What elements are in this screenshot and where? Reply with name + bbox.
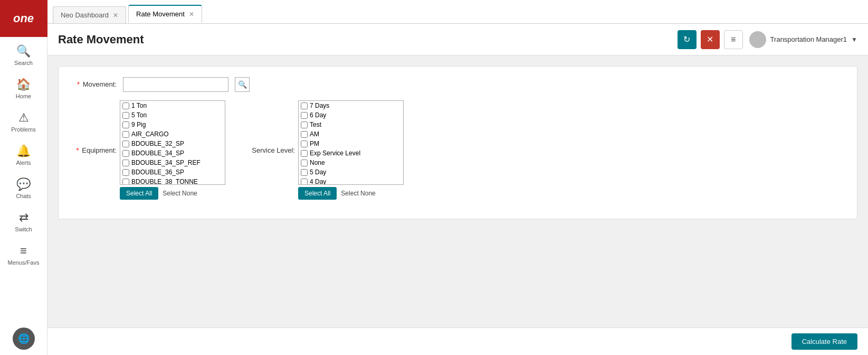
equipment-actions: Select All Select None — [120, 187, 225, 200]
list-item[interactable]: BDOUBLE_36_SP — [120, 167, 225, 177]
sidebar-item-search[interactable]: 🔍 Search — [0, 37, 47, 70]
list-item[interactable]: BDOUBLE_38_TONNE — [120, 177, 225, 185]
sidebar-label-menus-favs: Menus/Favs — [8, 259, 40, 266]
list-item[interactable]: Test — [299, 120, 403, 129]
list-item[interactable]: BDOUBLE_34_SP — [120, 148, 225, 158]
list-item[interactable]: BDOUBLE_34_SP_REF — [120, 158, 225, 167]
equipment-label: * Equipment: — [69, 146, 117, 154]
form-panel: * Movement: 🔍 * Equipment: — [58, 66, 857, 219]
equipment-list[interactable]: 1 Ton 5 Ton 9 Pig AIR_CARGO BDOUBLE_32_S… — [120, 100, 225, 185]
list-item[interactable]: AM — [299, 129, 403, 139]
list-item[interactable]: 4 Day — [299, 177, 403, 185]
avatar — [749, 31, 766, 48]
sidebar-label-home: Home — [16, 93, 31, 99]
list-item[interactable]: BDOUBLE_32_SP — [120, 139, 225, 148]
movement-row: * Movement: 🔍 — [69, 77, 846, 92]
menu-button[interactable]: ≡ — [724, 30, 743, 49]
tab-bar: Neo Dashboard ✕ Rate Movement ✕ — [47, 0, 868, 24]
sidebar-item-menus-favs[interactable]: ≡ Menus/Favs — [0, 237, 47, 270]
service-select-none-button[interactable]: Select None — [341, 190, 375, 197]
sidebar-label-chats: Chats — [16, 193, 31, 199]
equipment-checkbox-9pig[interactable] — [122, 122, 129, 128]
bell-icon: 🔔 — [16, 144, 31, 158]
tab-neo-dashboard[interactable]: Neo Dashboard ✕ — [53, 6, 126, 23]
equipment-checkbox-aircargo[interactable] — [122, 131, 129, 138]
movement-label: * Movement: — [69, 77, 117, 88]
service-checkbox-test[interactable] — [301, 122, 308, 128]
user-name: Transportation Manager1 — [770, 35, 847, 43]
sidebar-label-search: Search — [14, 60, 33, 66]
equipment-service-row: * Equipment: 1 Ton 5 Ton 9 Pig AIR_CARGO… — [69, 100, 846, 200]
equipment-checkbox-bd38tonne[interactable] — [122, 179, 129, 185]
content-area: * Movement: 🔍 * Equipment: — [47, 55, 868, 328]
user-dropdown-arrow[interactable]: ▼ — [851, 36, 857, 43]
sidebar-label-alerts: Alerts — [16, 160, 31, 166]
list-item[interactable]: PM — [299, 139, 403, 148]
search-icon: 🔍 — [16, 44, 31, 58]
sidebar-item-switch[interactable]: ⇄ Switch — [0, 203, 47, 237]
sidebar: one 🔍 Search 🏠 Home ⚠ Problems 🔔 Alerts … — [0, 0, 47, 355]
sidebar-bottom: 🌐 — [13, 328, 35, 355]
globe-icon[interactable]: 🌐 — [13, 328, 35, 350]
service-checkbox-5day[interactable] — [301, 169, 308, 176]
list-item[interactable]: 5 Ton — [120, 110, 225, 120]
equipment-checkbox-5ton[interactable] — [122, 112, 129, 119]
list-item[interactable]: Exp Service Level — [299, 148, 403, 158]
tab-rate-movement-label: Rate Movement — [136, 10, 185, 18]
main-area: Neo Dashboard ✕ Rate Movement ✕ Rate Mov… — [47, 0, 868, 355]
page-title: Rate Movement — [58, 33, 678, 46]
sidebar-label-switch: Switch — [15, 226, 32, 232]
menu-icon: ≡ — [20, 244, 27, 258]
calculate-rate-button[interactable]: Calculate Rate — [791, 333, 857, 350]
equipment-section: * Equipment: 1 Ton 5 Ton 9 Pig AIR_CARGO… — [69, 100, 225, 200]
service-checkbox-pm[interactable] — [301, 141, 308, 147]
header-actions: ↻ ✕ ≡ — [678, 30, 743, 49]
movement-input[interactable] — [123, 77, 228, 92]
list-item[interactable]: None — [299, 158, 403, 167]
service-level-label: Service Level: — [242, 146, 295, 154]
equipment-select-none-button[interactable]: Select None — [163, 190, 197, 197]
list-item[interactable]: 9 Pig — [120, 120, 225, 129]
equipment-checkbox-bd32sp[interactable] — [122, 141, 129, 147]
movement-search-button[interactable]: 🔍 — [235, 77, 250, 92]
user-section: Transportation Manager1 ▼ — [749, 31, 857, 48]
sidebar-item-alerts[interactable]: 🔔 Alerts — [0, 137, 47, 170]
chat-icon: 💬 — [16, 178, 31, 191]
service-checkbox-none[interactable] — [301, 160, 308, 166]
close-button[interactable]: ✕ — [701, 30, 720, 49]
warning-icon: ⚠ — [18, 111, 29, 125]
sidebar-item-chats[interactable]: 💬 Chats — [0, 170, 47, 203]
tab-rate-movement[interactable]: Rate Movement ✕ — [128, 5, 202, 23]
equipment-checkbox-bd34spref[interactable] — [122, 160, 129, 166]
list-item[interactable]: 1 Ton — [120, 101, 225, 110]
sidebar-item-home[interactable]: 🏠 Home — [0, 70, 47, 104]
service-checkbox-7days[interactable] — [301, 102, 308, 109]
service-select-all-button[interactable]: Select All — [298, 187, 337, 200]
header-bar: Rate Movement ↻ ✕ ≡ Transportation Manag… — [47, 24, 868, 55]
home-icon: 🏠 — [16, 78, 31, 91]
service-level-list[interactable]: 7 Days 6 Day Test AM PM Exp Service Leve… — [298, 100, 404, 185]
equipment-checkbox-bd36sp[interactable] — [122, 169, 129, 176]
list-item[interactable]: 7 Days — [299, 101, 403, 110]
switch-icon: ⇄ — [19, 211, 28, 225]
equipment-checkbox-1ton[interactable] — [122, 102, 129, 109]
list-item[interactable]: 6 Day — [299, 110, 403, 120]
list-item[interactable]: 5 Day — [299, 167, 403, 177]
sidebar-label-problems: Problems — [11, 126, 35, 133]
list-item[interactable]: AIR_CARGO — [120, 129, 225, 139]
app-logo: one — [0, 0, 47, 37]
service-checkbox-expsl[interactable] — [301, 150, 308, 157]
tab-rate-movement-close[interactable]: ✕ — [189, 11, 194, 18]
equipment-select-all-button[interactable]: Select All — [120, 187, 158, 200]
service-checkbox-6day[interactable] — [301, 112, 308, 119]
equipment-checkbox-bd34sp[interactable] — [122, 150, 129, 157]
tab-neo-dashboard-label: Neo Dashboard — [61, 11, 109, 19]
tab-neo-dashboard-close[interactable]: ✕ — [113, 12, 118, 19]
service-level-actions: Select All Select None — [298, 187, 404, 200]
sidebar-item-problems[interactable]: ⚠ Problems — [0, 104, 47, 137]
footer-bar: Calculate Rate — [47, 328, 868, 355]
service-level-section: Service Level: 7 Days 6 Day Test AM PM E… — [242, 100, 404, 200]
service-checkbox-4day[interactable] — [301, 179, 308, 185]
refresh-button[interactable]: ↻ — [678, 30, 697, 49]
service-checkbox-am[interactable] — [301, 131, 308, 138]
